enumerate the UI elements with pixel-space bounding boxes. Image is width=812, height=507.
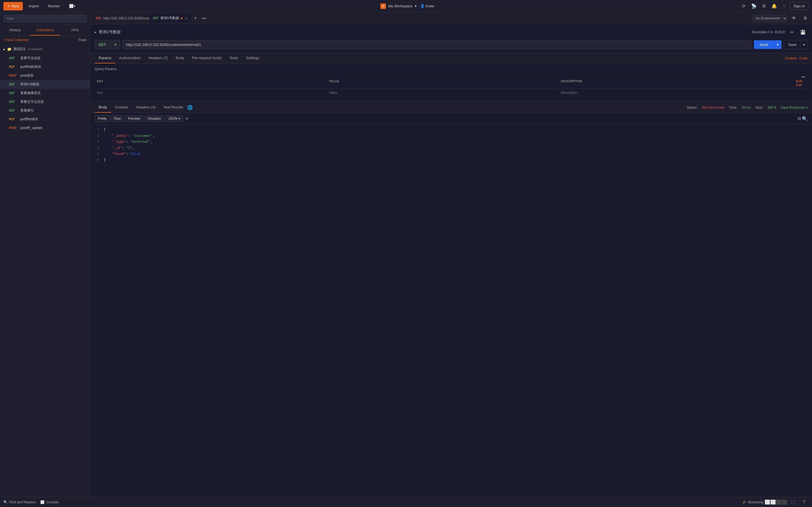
list-item[interactable]: GET 查看索引 (0, 106, 90, 115)
new-button[interactable]: + New (3, 2, 23, 10)
method-badge: PUT (9, 65, 18, 68)
settings-icon-button[interactable]: ⚙ (760, 2, 769, 11)
layout-icon-button[interactable]: ⬜⬜ (766, 498, 775, 507)
chevron-down-icon: ▾ (415, 4, 417, 8)
build-button[interactable]: BUILD (775, 30, 785, 34)
tab-apis[interactable]: APIs (60, 25, 90, 36)
environment-manage-button[interactable]: ⚙ (801, 14, 810, 23)
runner-button[interactable]: Runner (45, 2, 63, 10)
invite-button[interactable]: 👤 Invite (417, 2, 438, 10)
heart-icon-button[interactable]: ♡ (780, 2, 789, 11)
list-item[interactable]: GET 查看健康状况 (0, 89, 90, 98)
tab-authorization[interactable]: Authorization (115, 53, 145, 63)
bulk-edit-button[interactable]: Bulk Edit (793, 79, 805, 87)
satellite-icon-button[interactable]: 📡 (749, 2, 758, 11)
tab-tests[interactable]: Tests (225, 53, 242, 63)
line-number: 6 (95, 157, 99, 163)
tab-close-button[interactable]: × (185, 16, 188, 20)
send-button[interactable]: Send (754, 40, 774, 49)
resp-tab-body[interactable]: Body (95, 102, 111, 113)
tab-body[interactable]: Body (172, 53, 188, 63)
params-table: KEY VALUE DESCRIPTION ••• Bulk Edit (95, 73, 808, 97)
tab-collections[interactable]: Collections (30, 25, 60, 36)
view-switcher-button[interactable]: ⬜▾ (66, 2, 79, 10)
find-replace-button[interactable]: 🔍 Find and Replace (3, 500, 36, 504)
resize-handle[interactable]: • • • (90, 100, 812, 102)
save-button[interactable]: Save (784, 40, 801, 49)
pretty-button[interactable]: Pretty (95, 115, 110, 122)
method-badge: GET (9, 100, 18, 103)
split-bottom-button[interactable]: ⬚ (788, 498, 797, 507)
chevron-down-icon: ▾ (771, 30, 773, 34)
tab-history[interactable]: History (0, 25, 30, 36)
sign-in-button[interactable]: Sign In (790, 2, 809, 10)
visualize-button[interactable]: Visualize (144, 115, 164, 122)
notifications-icon-button[interactable]: 🔔 (770, 2, 779, 11)
split-view-button[interactable]: ⬛⬛ (777, 498, 786, 507)
table-row (95, 89, 808, 97)
value-input[interactable] (329, 91, 557, 95)
language-selector[interactable]: JSON ▾ (165, 115, 183, 122)
save-response-button[interactable]: Save Response ▾ (781, 106, 808, 110)
resp-tab-test-results[interactable]: Test Results (159, 102, 187, 113)
tab-del-request[interactable]: DEL http://192.168.0.102:9200/cust... × (93, 14, 149, 23)
console-button[interactable]: ⬜ Console (40, 500, 59, 504)
tab-headers[interactable]: Headers (7) (145, 53, 172, 63)
code-line-6: 6 } (95, 157, 808, 163)
tab-params[interactable]: Params (95, 53, 115, 63)
trash-button[interactable]: Trash (78, 38, 87, 42)
edit-icon-button[interactable]: ✏ (787, 27, 796, 37)
globe-button[interactable]: 🌐 (187, 105, 193, 110)
description-input[interactable] (561, 91, 788, 95)
raw-button[interactable]: Raw (111, 115, 124, 122)
cookies-button[interactable]: Cookies (785, 56, 797, 60)
environment-select[interactable]: No Environment (752, 15, 787, 22)
method-badge: POST (9, 126, 18, 129)
more-options-button[interactable]: ••• (801, 75, 805, 79)
resp-tab-headers[interactable]: Headers (4) (132, 102, 160, 113)
tab-method-get: GET (153, 17, 159, 20)
tab-settings[interactable]: Settings (242, 53, 263, 63)
chevron-down-icon: ▾ (179, 117, 180, 121)
add-tab-button[interactable]: + (192, 14, 199, 22)
filter-input[interactable] (3, 15, 87, 22)
save-icon-button[interactable]: 💾 (799, 27, 808, 37)
search-response-button[interactable]: 🔍 (802, 116, 808, 121)
environment-settings-button[interactable]: 👁 (790, 14, 799, 23)
collection-header[interactable]: ▸ 📁 测试ES 9 requests (0, 44, 90, 54)
tab-pre-request[interactable]: Pre-request Script (188, 53, 225, 63)
new-collection-button[interactable]: + New Collection (3, 38, 29, 42)
params-area: Query Params KEY VALUE DESCRIPTION ••• B… (90, 64, 812, 100)
bootcamp-button[interactable]: 🎓 Bootcamp (742, 500, 763, 504)
req-tab-right: Cookies Code (785, 56, 808, 60)
list-item[interactable]: POST post保存 (0, 71, 90, 80)
import-button[interactable]: Import (25, 2, 42, 10)
send-dropdown-button[interactable]: ▾ (774, 40, 781, 49)
help-button[interactable]: ? (800, 498, 809, 507)
list-item[interactable]: GET 查询1号数据 (0, 80, 90, 89)
bottom-left: 🔍 Find and Replace ⬜ Console (3, 500, 59, 504)
save-dropdown-button[interactable]: ▾ (801, 40, 808, 49)
more-tabs-button[interactable]: ••• (200, 15, 208, 22)
request-area: ▸ 查询1号数据 Examples 0 ▾ BUILD ✏ 💾 GET (90, 24, 812, 53)
list-item[interactable]: PUT put带Id保存 (0, 115, 90, 124)
method-selector[interactable]: GET ▾ (95, 40, 120, 49)
list-item[interactable]: POST post带_update (0, 124, 90, 132)
examples-button[interactable]: Examples 0 ▾ (753, 30, 773, 34)
line-content: "found": false (104, 151, 140, 157)
list-item[interactable]: PUT put带id的保存 (0, 62, 90, 71)
tab-get-request[interactable]: GET 查询1号数据 × (149, 13, 191, 23)
request-name: put带Id保存 (20, 117, 38, 122)
copy-button[interactable]: ⧉ (798, 116, 801, 121)
sync-icon-button[interactable]: ⟳ (739, 2, 748, 11)
align-button[interactable]: ≡ (186, 116, 188, 121)
workspace-selector[interactable]: ⊞ My Workspace ▾ (380, 3, 417, 9)
key-input[interactable] (97, 91, 324, 95)
resp-tab-cookies[interactable]: Cookies (111, 102, 132, 113)
line-content: "_id": "1", (104, 145, 134, 151)
url-input[interactable] (122, 40, 752, 49)
list-item[interactable]: GET 查看主节点信息 (0, 98, 90, 106)
code-button[interactable]: Code (799, 56, 808, 60)
list-item[interactable]: GET 查看节点信息 (0, 54, 90, 62)
preview-button[interactable]: Preview (125, 115, 143, 122)
